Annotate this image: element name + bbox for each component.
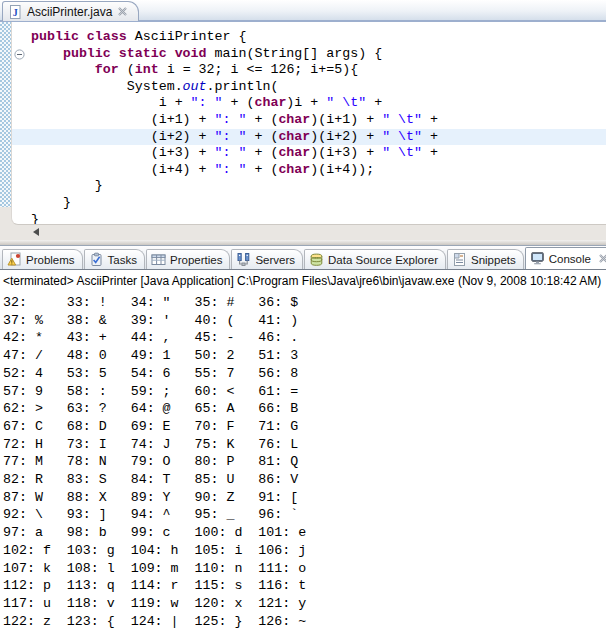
code-line[interactable]: (i+3) + ": " + (char)(i+3) + " \t" + (12, 145, 606, 162)
view-tab-snippets[interactable]: Snippets (447, 249, 524, 269)
code-line[interactable]: public static void main(String[] args) { (12, 46, 606, 63)
editor-tab-title: AsciiPrinter.java (27, 5, 112, 19)
view-tab-label: Servers (255, 254, 295, 266)
console-line: 32: 33: ! 34: " 35: # 36: $ (3, 294, 606, 312)
console-line: 122: z 123: { 124: | 125: } 126: ~ (3, 613, 606, 631)
view-tab-servers[interactable]: Servers (231, 249, 303, 269)
view-tab-console[interactable]: Console (525, 247, 606, 269)
editor-region: public class AsciiPrinter { public stati… (0, 22, 606, 245)
editor-tab-bar: J AsciiPrinter.java (0, 0, 606, 22)
code-line[interactable]: (i+1) + ": " + (char)(i+1) + " \t" + (12, 112, 606, 129)
console-launch-status: <terminated> AsciiPrinter [Java Applicat… (0, 270, 606, 292)
code-lines: public class AsciiPrinter { public stati… (12, 29, 606, 225)
view-tab-data-source-explorer[interactable]: Data Source Explorer (304, 249, 446, 269)
code-line[interactable]: } (12, 195, 606, 212)
console-line: 47: / 48: 0 49: 1 50: 2 51: 3 (3, 347, 606, 365)
console-line: 102: f 103: g 104: h 105: i 106: j (3, 542, 606, 560)
scroll-left-arrow-icon[interactable] (33, 228, 39, 236)
data-source-explorer-icon (309, 252, 324, 267)
code-line[interactable]: } (12, 212, 606, 225)
eclipse-workbench: { "colors": { "keyword": "#7F0055", "str… (0, 0, 606, 641)
problems-icon (7, 252, 22, 267)
console-line: 62: > 63: ? 64: @ 65: A 66: B (3, 400, 606, 418)
console-line: 112: p 113: q 114: r 115: s 116: t (3, 577, 606, 595)
code-line[interactable]: } (12, 178, 606, 195)
view-tab-problems[interactable]: Problems (2, 249, 83, 269)
code-editor[interactable]: public class AsciiPrinter { public stati… (11, 22, 606, 225)
servers-icon (236, 252, 251, 267)
svg-text:J: J (13, 7, 18, 18)
console-line: 117: u 118: v 119: w 120: x 121: y (3, 595, 606, 613)
code-line[interactable]: public class AsciiPrinter { (12, 29, 606, 46)
console-line: 92: \ 93: ] 94: ^ 95: _ 96: ` (3, 506, 606, 524)
view-tab-tasks[interactable]: Tasks (84, 249, 145, 269)
console-line: 77: M 78: N 79: O 80: P 81: Q (3, 453, 606, 471)
code-line[interactable]: for (int i = 32; i <= 126; i+=5){ (12, 62, 606, 79)
console-line: 87: W 88: X 89: Y 90: Z 91: [ (3, 489, 606, 507)
code-line[interactable]: i + ": " + (char)i + " \t" + (12, 95, 606, 112)
snippets-icon (452, 252, 467, 267)
code-line[interactable]: System.out.println( (12, 79, 606, 96)
bottom-view-tab-bar: ProblemsTasksPropertiesServersData Sourc… (0, 245, 606, 270)
java-file-icon: J (8, 5, 22, 19)
console-line: 42: * 43: + 44: , 45: - 46: . (3, 329, 606, 347)
console-line: 72: H 73: I 74: J 75: K 76: L (3, 436, 606, 454)
view-tab-label: Problems (26, 254, 75, 266)
editor-tab-close-icon[interactable] (117, 6, 128, 17)
view-tab-label: Data Source Explorer (328, 254, 438, 266)
view-tab-label: Console (549, 253, 591, 265)
console-output[interactable]: 32: 33: ! 34: " 35: # 36: $37: % 38: & 3… (0, 292, 606, 641)
console-icon (530, 251, 545, 266)
view-tab-properties[interactable]: Properties (146, 249, 230, 269)
console-tab-close-icon[interactable] (598, 253, 606, 264)
tasks-icon (89, 252, 104, 267)
workbench-sash-hatch (0, 22, 11, 207)
view-tab-label: Snippets (471, 254, 516, 266)
console-line: 97: a 98: b 99: c 100: d 101: e (3, 524, 606, 542)
console-line: 52: 4 53: 5 54: 6 55: 7 56: 8 (3, 365, 606, 383)
console-line: 37: % 38: & 39: ' 40: ( 41: ) (3, 312, 606, 330)
editor-tab-asciiprinter[interactable]: J AsciiPrinter.java (2, 1, 139, 21)
bottom-tabs: ProblemsTasksPropertiesServersData Sourc… (2, 247, 606, 269)
code-line-current[interactable]: (i+2) + ": " + (char)(i+2) + " \t" + (12, 129, 606, 146)
view-tab-label: Properties (170, 254, 222, 266)
console-line: 107: k 108: l 109: m 110: n 111: o (3, 560, 606, 578)
code-line[interactable]: (i+4) + ": " + (char)(i+4)); (12, 162, 606, 179)
view-tab-label: Tasks (108, 254, 137, 266)
properties-icon (151, 252, 166, 267)
console-line: 82: R 83: S 84: T 85: U 86: V (3, 471, 606, 489)
console-line: 67: C 68: D 69: E 70: F 71: G (3, 418, 606, 436)
console-line: 57: 9 58: : 59: ; 60: < 61: = (3, 383, 606, 401)
